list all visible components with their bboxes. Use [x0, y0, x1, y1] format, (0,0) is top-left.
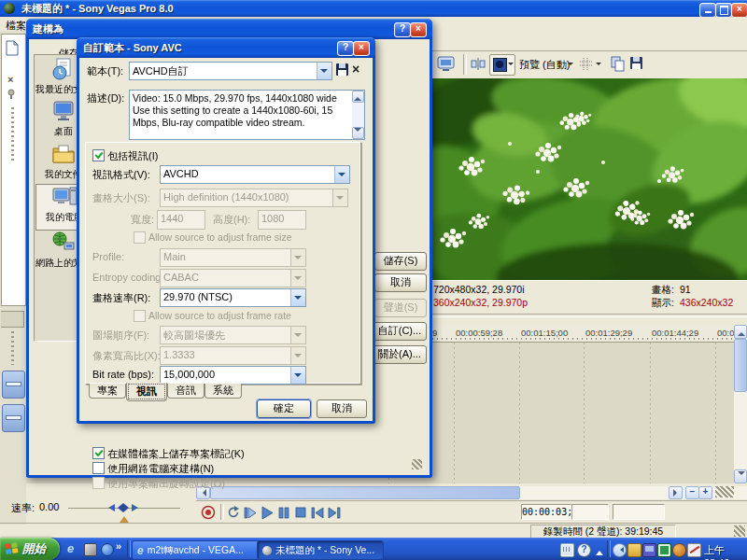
- desc-scroll-up[interactable]: [352, 91, 364, 103]
- tab-audio[interactable]: 音訊: [167, 384, 204, 399]
- dock-fader-icon[interactable]: [2, 371, 25, 399]
- hide-icons-chevron-icon[interactable]: [613, 543, 627, 557]
- quality-icon: [493, 58, 507, 72]
- tray-codec-icon[interactable]: [657, 543, 671, 557]
- tab-project[interactable]: 專案: [89, 384, 126, 399]
- language-bar-icon[interactable]: [560, 543, 574, 557]
- delete-template-icon[interactable]: ×: [352, 62, 359, 77]
- dock-dots: [11, 107, 14, 163]
- preview-quality-icon-button[interactable]: [489, 54, 515, 76]
- stop-button[interactable]: [293, 505, 309, 521]
- minimize-button[interactable]: [699, 3, 716, 18]
- timecode-display[interactable]: 00:00:03;01: [521, 504, 571, 520]
- avc-dialog-body: 範本(T): AVCHD自訂 × 描述(D): Video: 15.0 Mbps…: [79, 58, 367, 418]
- scroll-down-button[interactable]: [734, 469, 747, 483]
- save-template-icon[interactable]: [335, 63, 349, 77]
- dialog-resize-grip[interactable]: [412, 459, 422, 469]
- zoom-out-button[interactable]: −: [685, 486, 699, 499]
- description-scrollbar[interactable]: [352, 91, 364, 137]
- tab-video[interactable]: 視訊: [126, 383, 167, 401]
- desc-scroll-down[interactable]: [352, 127, 364, 139]
- tab-system[interactable]: 系統: [204, 384, 242, 399]
- pin-icon[interactable]: [7, 89, 18, 100]
- ok-button[interactable]: 確定: [257, 399, 311, 418]
- template-dropdown-button[interactable]: [317, 63, 331, 79]
- scroll-up-button[interactable]: [734, 325, 747, 339]
- video-format-dropdown[interactable]: [334, 166, 349, 183]
- task-ie-window[interactable]: e m2t轉avchd - VEGA...: [132, 540, 262, 560]
- bitrate-combobox[interactable]: 15,000,000: [160, 366, 306, 385]
- quicklaunch-media-icon[interactable]: [101, 543, 114, 556]
- video-format-combobox[interactable]: AVCHD: [160, 165, 350, 184]
- tray-folder-icon[interactable]: [627, 543, 641, 557]
- task-vegas-window[interactable]: 未標題的 * - Sony Ve...: [257, 540, 384, 560]
- about-button[interactable]: 關於(A)...: [373, 345, 427, 364]
- frame-rate-dropdown[interactable]: [290, 289, 305, 306]
- render-help-button[interactable]: ?: [394, 22, 411, 37]
- loop-playback-button[interactable]: [226, 505, 242, 521]
- description-box[interactable]: Video: 15.0 Mbps, 29.970 fps, 1440x1080 …: [129, 90, 365, 140]
- selection-end-display[interactable]: [613, 504, 665, 520]
- template-combobox[interactable]: AVCHD自訂: [129, 62, 332, 80]
- quality-dd-arrow: [508, 63, 514, 68]
- vscroll-thumb[interactable]: [734, 339, 747, 392]
- transport-bar: 00:00:03;01: [196, 502, 747, 523]
- grid-dd-arrow[interactable]: [596, 63, 601, 68]
- custom-button[interactable]: 自訂(C)...: [373, 322, 427, 341]
- network-render-checkbox[interactable]: [92, 462, 105, 474]
- quicklaunch-app-icon[interactable]: [84, 543, 97, 556]
- new-document-icon[interactable]: [6, 40, 19, 56]
- frame-size-value: High definition (1440x1080): [161, 189, 332, 206]
- frame-rate-combobox[interactable]: 29.970 (NTSC): [160, 288, 306, 307]
- play-button[interactable]: [260, 505, 275, 521]
- copy-frame-icon[interactable]: [611, 56, 626, 72]
- play-from-start-button[interactable]: [243, 505, 259, 521]
- quicklaunch-overflow-icon[interactable]: »: [116, 540, 121, 552]
- avc-close-button[interactable]: ×: [353, 41, 370, 56]
- quality-label-dd-arrow[interactable]: [568, 63, 573, 68]
- close-button[interactable]: ×: [731, 3, 747, 18]
- save-button[interactable]: 儲存(S): [374, 252, 427, 271]
- dock-grip[interactable]: [11, 331, 14, 365]
- quicklaunch-ie-icon[interactable]: e: [67, 542, 80, 555]
- tray-pen-icon[interactable]: [687, 543, 701, 557]
- cancel-button[interactable]: 取消: [374, 273, 427, 292]
- split-screen-icon[interactable]: [471, 57, 486, 71]
- timeline-hscrollbar[interactable]: − +: [196, 486, 747, 499]
- go-to-end-button[interactable]: [327, 505, 343, 521]
- tray-display-icon[interactable]: [642, 543, 656, 557]
- maximize-button[interactable]: [715, 3, 732, 18]
- avc-cancel-button[interactable]: 取消: [317, 399, 367, 418]
- taskbar-clock[interactable]: 上午 08:49: [704, 543, 747, 560]
- save-markers-checkbox[interactable]: [92, 447, 105, 459]
- include-video-checkbox[interactable]: [92, 149, 105, 161]
- window-resize-grip[interactable]: [734, 525, 745, 537]
- tray-update-icon[interactable]: [672, 543, 686, 557]
- bitrate-dropdown[interactable]: [290, 367, 305, 384]
- hscroll-thumb[interactable]: [210, 486, 520, 499]
- external-monitor-icon[interactable]: [437, 56, 456, 72]
- preview-quality-label[interactable]: 預覽 (自動): [519, 58, 570, 72]
- dock-fader-icon-2[interactable]: [2, 404, 25, 432]
- avc-dialog-titlebar[interactable]: 自訂範本 - Sony AVC ? ×: [77, 37, 375, 58]
- timeline-vscrollbar[interactable]: [734, 325, 747, 483]
- pause-button[interactable]: [276, 505, 292, 521]
- go-to-start-button[interactable]: [310, 505, 326, 521]
- record-button[interactable]: [201, 505, 217, 521]
- selection-start-display[interactable]: [571, 504, 609, 520]
- chevron-up-icon[interactable]: [596, 547, 603, 555]
- scroll-right-button[interactable]: [669, 486, 683, 499]
- close-pane-icon[interactable]: ×: [7, 74, 13, 85]
- help-tray-icon[interactable]: ?: [577, 543, 591, 557]
- render-close-button[interactable]: ×: [410, 22, 427, 37]
- dock-tab-nub[interactable]: [1, 311, 24, 328]
- start-button[interactable]: 開始: [0, 538, 60, 560]
- zoom-in-button[interactable]: +: [698, 486, 712, 499]
- avc-help-button[interactable]: ?: [337, 41, 354, 56]
- frame-size-combobox: High definition (1440x1080): [160, 189, 348, 207]
- save-frame-icon[interactable]: [629, 56, 644, 71]
- main-titlebar[interactable]: 未標題的 * - Sony Vegas Pro 8.0 ×: [0, 0, 747, 17]
- render-dialog-titlebar[interactable]: 建構為 ? ×: [26, 19, 432, 39]
- rate-center-marker: [120, 511, 129, 523]
- grid-overlay-icon[interactable]: [579, 57, 593, 71]
